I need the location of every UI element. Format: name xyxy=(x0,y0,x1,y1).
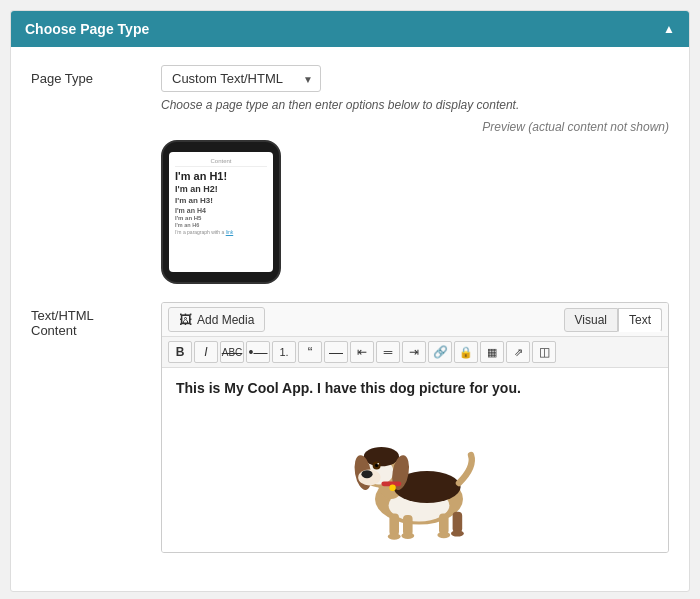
panel-header: Choose Page Type ▲ xyxy=(11,11,689,47)
ordered-list-button[interactable]: 1. xyxy=(272,341,296,363)
choose-page-type-panel: Choose Page Type ▲ Page Type Custom Text… xyxy=(10,10,690,592)
svg-point-23 xyxy=(451,530,464,536)
svg-point-6 xyxy=(364,447,399,466)
phone-screen: Content I'm an H1! I'm an H2! I'm an H3!… xyxy=(169,152,273,272)
svg-point-15 xyxy=(389,485,395,491)
dog-svg xyxy=(335,410,495,540)
svg-point-10 xyxy=(361,470,372,478)
tab-text[interactable]: Text xyxy=(618,308,662,332)
svg-point-21 xyxy=(401,533,414,539)
editor-top-bar: 🖼 Add Media Visual Text xyxy=(162,303,668,337)
add-media-icon: 🖼 xyxy=(179,312,192,327)
insert-button[interactable]: ▦ xyxy=(480,341,504,363)
phone-h5: I'm an H5 xyxy=(175,215,267,221)
tab-visual[interactable]: Visual xyxy=(564,308,618,332)
text-html-content-row: Text/HTML Content 🖼 Add Media Visual Tex… xyxy=(31,302,669,553)
editor-text: This is My Cool App. I have this dog pic… xyxy=(176,380,654,396)
svg-rect-16 xyxy=(389,513,399,535)
italic-button[interactable]: I xyxy=(194,341,218,363)
svg-rect-18 xyxy=(439,513,449,534)
strikethrough-button[interactable]: ABC xyxy=(220,341,244,363)
blockquote-button[interactable]: “ xyxy=(298,341,322,363)
hr-button[interactable]: — xyxy=(324,341,348,363)
editor-wrapper: 🖼 Add Media Visual Text B I ABC •— xyxy=(161,302,669,553)
panel-title: Choose Page Type xyxy=(25,21,149,37)
page-type-hint: Choose a page type an then enter options… xyxy=(161,98,669,112)
link-button[interactable]: 🔗 xyxy=(428,341,452,363)
panel-body: Page Type Custom Text/HTML Standard Page… xyxy=(11,47,689,591)
page-type-field: Custom Text/HTML Standard Page Gallery C… xyxy=(161,65,669,284)
phone-h3: I'm an H3! xyxy=(175,196,267,205)
add-media-button[interactable]: 🖼 Add Media xyxy=(168,307,265,332)
align-right-button[interactable]: ⇥ xyxy=(402,341,426,363)
unordered-list-button[interactable]: •— xyxy=(246,341,270,363)
page-type-row: Page Type Custom Text/HTML Standard Page… xyxy=(31,65,669,284)
phone-h6: I'm an H6 xyxy=(175,222,267,228)
fullscreen-button[interactable]: ⇗ xyxy=(506,341,530,363)
editor-area: 🖼 Add Media Visual Text B I ABC •— xyxy=(161,302,669,553)
page-type-select-wrapper[interactable]: Custom Text/HTML Standard Page Gallery C… xyxy=(161,65,321,92)
unlink-button[interactable]: 🔒 xyxy=(454,341,478,363)
phone-content-label: Content xyxy=(175,158,267,167)
align-left-button[interactable]: ⇤ xyxy=(350,341,374,363)
preview-label: Preview (actual content not shown) xyxy=(161,120,669,134)
svg-point-13 xyxy=(377,463,379,465)
svg-point-20 xyxy=(388,533,401,539)
panel-collapse-icon[interactable]: ▲ xyxy=(663,22,675,36)
text-html-label: Text/HTML Content xyxy=(31,302,161,338)
phone-h1: I'm an H1! xyxy=(175,170,267,182)
phone-h4: I'm an H4 xyxy=(175,207,267,214)
bold-button[interactable]: B xyxy=(168,341,192,363)
svg-rect-19 xyxy=(453,512,463,533)
phone-h2: I'm an H2! xyxy=(175,184,267,194)
svg-point-22 xyxy=(437,532,450,538)
align-center-button[interactable]: ═ xyxy=(376,341,400,363)
phone-paragraph: I'm a paragraph with a link xyxy=(175,229,267,235)
page-type-label: Page Type xyxy=(31,65,161,86)
editor-toolbar: B I ABC •— 1. “ — ⇤ ═ ⇥ 🔗 🔒 ▦ ⇗ xyxy=(162,337,668,368)
page-type-select[interactable]: Custom Text/HTML Standard Page Gallery C… xyxy=(161,65,321,92)
dog-image xyxy=(335,410,495,540)
table-button[interactable]: ◫ xyxy=(532,341,556,363)
phone-mockup: Content I'm an H1! I'm an H2! I'm an H3!… xyxy=(161,140,281,284)
editor-tab-group: Visual Text xyxy=(564,308,662,332)
editor-content[interactable]: This is My Cool App. I have this dog pic… xyxy=(162,368,668,552)
